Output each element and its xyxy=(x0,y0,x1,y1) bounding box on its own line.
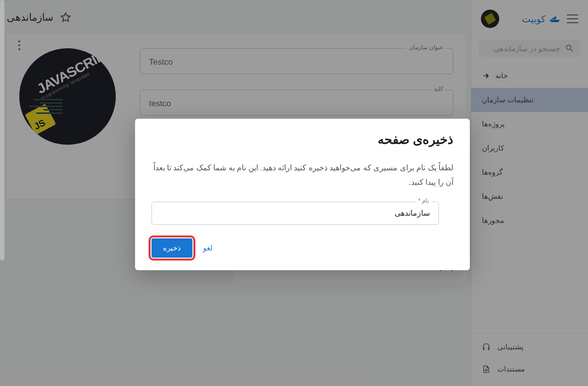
name-field[interactable]: نام * xyxy=(151,202,439,225)
dialog-description: لطفاً یک نام برای مسیری که می‌خواهید ذخی… xyxy=(151,161,453,190)
field-label: نام * xyxy=(415,197,432,204)
dialog-actions: ذخیره لغو xyxy=(151,238,453,258)
name-input[interactable] xyxy=(161,209,430,218)
dialog-title: ذخیره‌ی صفحه xyxy=(151,132,453,147)
save-page-dialog: ذخیره‌ی صفحه لطفاً یک نام برای مسیری که … xyxy=(135,119,470,270)
save-button[interactable]: ذخیره xyxy=(151,238,192,258)
cancel-button[interactable]: لغو xyxy=(203,244,213,252)
